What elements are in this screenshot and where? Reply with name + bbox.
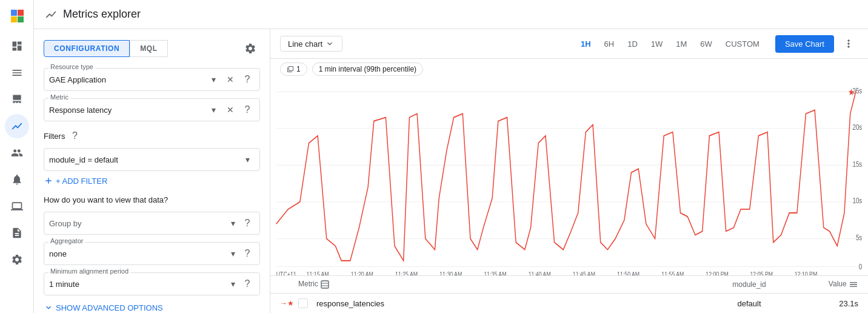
svg-rect-2 bbox=[11, 16, 17, 22]
add-filter-button[interactable]: + ADD FILTER bbox=[44, 176, 260, 186]
metric-select[interactable]: Response latency ▾ ✕ ? bbox=[44, 98, 260, 121]
svg-text:10s: 10s bbox=[852, 197, 862, 204]
nav-list-icon[interactable] bbox=[5, 61, 29, 85]
aggregator-select[interactable]: none ▾ ? bbox=[44, 242, 260, 265]
svg-text:12:10 PM: 12:10 PM bbox=[795, 271, 818, 275]
time-btn-custom[interactable]: CUSTOM bbox=[719, 37, 766, 51]
resource-type-value: GAE Application bbox=[49, 75, 206, 84]
save-chart-button[interactable]: Save Chart bbox=[775, 35, 834, 53]
page-title: Metrics explorer bbox=[63, 8, 141, 21]
group-by-field: Group by ▾ ? bbox=[44, 212, 260, 235]
svg-text:11:30 AM: 11:30 AM bbox=[439, 271, 462, 275]
svg-text:0: 0 bbox=[859, 263, 862, 271]
app-logo bbox=[6, 5, 28, 27]
time-btn-1m[interactable]: 1M bbox=[670, 37, 693, 51]
nav-chart-icon[interactable] bbox=[5, 114, 29, 138]
nav-book-icon[interactable] bbox=[5, 221, 29, 245]
metric-name-value: response_latencies bbox=[316, 299, 384, 308]
left-nav bbox=[0, 0, 34, 313]
legend-interval-pill[interactable]: 1 min interval (99th percentile) bbox=[312, 62, 423, 76]
filters-header: Filters ? bbox=[44, 129, 260, 143]
resource-type-field: Resource type GAE Application ▾ ✕ ? bbox=[44, 68, 260, 91]
tab-configuration[interactable]: CONFIGURATION bbox=[44, 40, 130, 57]
legend-count-pill[interactable]: 1 bbox=[280, 62, 307, 76]
settings-icon[interactable] bbox=[241, 39, 260, 58]
nav-table-icon[interactable] bbox=[5, 87, 29, 112]
resource-type-clear-icon[interactable]: ✕ bbox=[223, 72, 238, 87]
chart-area: 25s 20s 15s 10s 5s 0 ★ bbox=[270, 79, 868, 275]
nav-bell-icon[interactable] bbox=[5, 167, 29, 192]
svg-text:12:05 PM: 12:05 PM bbox=[750, 271, 773, 275]
data-table: Metric module_id Value →★ respo bbox=[270, 275, 868, 313]
resource-type-dropdown-icon[interactable]: ▾ bbox=[206, 72, 221, 87]
legend-bar: 1 1 min interval (99th percentile) bbox=[270, 59, 868, 79]
nav-monitor-icon[interactable] bbox=[5, 194, 29, 218]
svg-text:11:40 AM: 11:40 AM bbox=[529, 271, 551, 275]
filters-help-icon[interactable]: ? bbox=[67, 129, 82, 143]
alignment-help-icon[interactable]: ? bbox=[240, 277, 255, 291]
metric-icons: ▾ ✕ ? bbox=[206, 103, 255, 117]
group-by-help-icon[interactable]: ? bbox=[240, 216, 255, 231]
row-value: 23.1s bbox=[810, 299, 858, 308]
aggregator-label: Aggregator bbox=[48, 237, 85, 244]
group-by-dropdown-icon[interactable]: ▾ bbox=[225, 216, 240, 231]
svg-text:11:55 AM: 11:55 AM bbox=[661, 271, 684, 275]
metric-label: Metric bbox=[48, 93, 70, 101]
tab-mql[interactable]: MQL bbox=[130, 40, 167, 57]
svg-text:11:50 AM: 11:50 AM bbox=[617, 271, 639, 275]
group-by-select[interactable]: Group by ▾ ? bbox=[44, 212, 260, 235]
metric-dropdown-icon[interactable]: ▾ bbox=[206, 103, 221, 117]
alignment-dropdown-icon[interactable]: ▾ bbox=[225, 277, 240, 291]
filter-dropdown-icon[interactable]: ▾ bbox=[240, 152, 255, 167]
time-btn-1d[interactable]: 1D bbox=[621, 37, 644, 51]
view-data-title: How do you want to view that data? bbox=[44, 195, 260, 204]
nav-people-icon[interactable] bbox=[5, 141, 29, 165]
aggregator-help-icon[interactable]: ? bbox=[240, 246, 255, 261]
nav-settings-icon[interactable] bbox=[5, 247, 29, 272]
row-checkbox[interactable] bbox=[298, 298, 308, 308]
show-advanced-button[interactable]: SHOW ADVANCED OPTIONS bbox=[44, 303, 260, 312]
main-content: Metrics explorer CONFIGURATION MQL Resou… bbox=[34, 0, 868, 313]
body-split: CONFIGURATION MQL Resource type GAE Appl… bbox=[34, 29, 868, 313]
row-arrow-icon: →★ bbox=[280, 299, 294, 308]
svg-rect-30 bbox=[321, 281, 329, 288]
time-btn-6w[interactable]: 6W bbox=[694, 37, 718, 51]
table-col-module-header: module_id bbox=[689, 280, 810, 289]
time-btn-6h[interactable]: 6H bbox=[598, 37, 621, 51]
aggregator-dropdown-icon[interactable]: ▾ bbox=[225, 246, 240, 261]
alignment-value: 1 minute bbox=[49, 280, 225, 289]
chart-type-selector[interactable]: Line chart bbox=[280, 36, 342, 52]
filters-label: Filters bbox=[44, 132, 65, 141]
time-btn-1w[interactable]: 1W bbox=[645, 37, 669, 51]
svg-text:5s: 5s bbox=[856, 234, 863, 241]
time-btn-1h[interactable]: 1H bbox=[575, 37, 597, 51]
table-col-metric-header: Metric bbox=[298, 280, 689, 289]
svg-text:15s: 15s bbox=[852, 160, 862, 168]
alignment-select[interactable]: 1 minute ▾ ? bbox=[44, 272, 260, 295]
metric-help-icon[interactable]: ? bbox=[240, 103, 255, 117]
nav-dashboard-icon[interactable] bbox=[5, 34, 29, 58]
more-options-button[interactable] bbox=[839, 34, 858, 53]
add-filter-label: + ADD FILTER bbox=[56, 177, 107, 186]
resource-type-help-icon[interactable]: ? bbox=[240, 72, 255, 87]
value-col-label: Value bbox=[829, 280, 847, 288]
resource-type-select[interactable]: GAE Application ▾ ✕ ? bbox=[44, 68, 260, 91]
svg-text:UTC+11: UTC+11 bbox=[276, 271, 296, 275]
metrics-icon bbox=[44, 7, 58, 22]
resource-type-icons: ▾ ✕ ? bbox=[206, 72, 255, 87]
row-metric-name: response_latencies bbox=[298, 298, 689, 308]
metric-clear-icon[interactable]: ✕ bbox=[223, 103, 238, 117]
table-row-icons: →★ bbox=[280, 299, 298, 308]
svg-text:11:20 AM: 11:20 AM bbox=[351, 271, 373, 275]
svg-text:★: ★ bbox=[848, 87, 855, 98]
time-buttons: 1H 6H 1D 1W 1M 6W CUSTOM bbox=[575, 37, 766, 51]
show-advanced-label: SHOW ADVANCED OPTIONS bbox=[56, 303, 163, 312]
right-panel: Line chart 1H 6H 1D 1W 1M 6W CUSTOM Save… bbox=[270, 29, 868, 313]
table-col-value-header: Value bbox=[810, 280, 858, 289]
chart-svg: 25s 20s 15s 10s 5s 0 ★ bbox=[270, 84, 868, 275]
group-by-placeholder: Group by bbox=[49, 219, 225, 228]
tab-bar: CONFIGURATION MQL bbox=[44, 39, 260, 58]
svg-rect-3 bbox=[18, 16, 24, 22]
header: Metrics explorer bbox=[34, 0, 868, 29]
filter-value: module_id = default bbox=[49, 155, 240, 164]
